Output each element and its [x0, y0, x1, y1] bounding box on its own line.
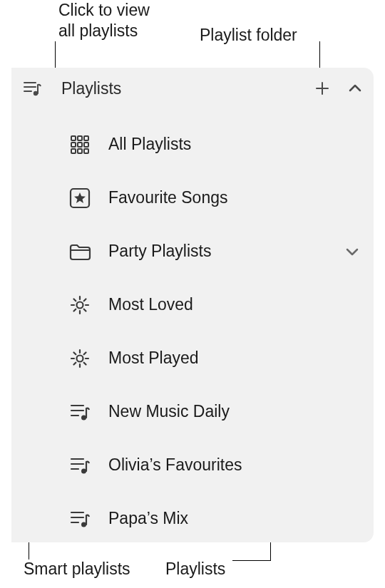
callout-smart-playlists: Smart playlists: [24, 559, 130, 579]
svg-rect-8: [84, 136, 88, 140]
sidebar-item-most-loved[interactable]: Most Loved: [11, 278, 374, 331]
playlists-list: All Playlists Favourite Songs Party Play…: [11, 109, 374, 542]
callout-all-playlists: Click to view all playlists: [58, 0, 150, 41]
svg-rect-13: [78, 149, 82, 153]
gear-icon: [67, 346, 93, 371]
playlists-header-icon: [19, 81, 47, 96]
svg-rect-7: [78, 136, 82, 140]
svg-rect-11: [84, 143, 88, 147]
svg-point-17: [77, 301, 83, 308]
sidebar-item-new-music-daily[interactable]: New Music Daily: [11, 385, 374, 438]
list-item-label: Favourite Songs: [93, 188, 227, 207]
collapse-playlists-button[interactable]: [345, 78, 365, 98]
list-item-label: Most Played: [93, 349, 199, 368]
playlist-icon: [67, 399, 93, 425]
sidebar-item-olivias-favourites[interactable]: Olivia’s Favourites: [11, 438, 374, 492]
sidebar-item-papas-mix[interactable]: Papa’s Mix: [11, 492, 374, 542]
list-item-label: Papa’s Mix: [93, 509, 188, 528]
list-item-label: Party Playlists: [93, 242, 211, 261]
sidebar-item-most-played[interactable]: Most Played: [11, 331, 374, 385]
list-item-label: New Music Daily: [93, 402, 230, 421]
svg-rect-14: [84, 149, 88, 153]
playlist-icon: [67, 506, 93, 532]
add-playlist-button[interactable]: [312, 78, 332, 98]
svg-rect-9: [71, 143, 76, 147]
expand-folder-button[interactable]: [345, 247, 359, 257]
grid-icon: [67, 132, 93, 158]
svg-point-18: [77, 355, 83, 361]
svg-rect-6: [71, 136, 76, 140]
list-item-label: All Playlists: [93, 135, 191, 154]
sidebar-title: Playlists: [47, 79, 312, 98]
svg-rect-10: [78, 143, 82, 147]
callout-playlist-folder: Playlist folder: [200, 25, 297, 46]
list-item-label: Olivia’s Favourites: [93, 455, 242, 475]
gear-icon: [67, 292, 93, 318]
playlist-icon: [67, 453, 93, 478]
sidebar-item-party-playlists-folder[interactable]: Party Playlists: [11, 225, 374, 278]
folder-icon: [67, 239, 93, 264]
list-item-label: Most Loved: [93, 295, 193, 314]
playlists-sidebar: Playlists: [11, 68, 374, 542]
callout-playlists: Playlists: [165, 559, 225, 579]
sidebar-item-all-playlists[interactable]: All Playlists: [11, 118, 374, 171]
star-box-icon: [67, 185, 93, 211]
leader-line: [232, 560, 271, 561]
sidebar-item-favourite-songs[interactable]: Favourite Songs: [11, 171, 374, 225]
sidebar-header: Playlists: [11, 68, 374, 109]
svg-rect-12: [71, 149, 76, 153]
